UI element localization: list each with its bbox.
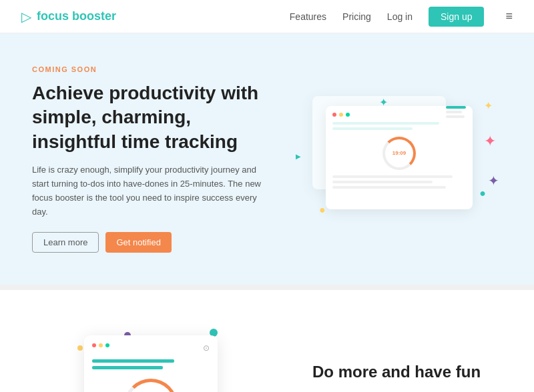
star-pink-right: ✦ [484,133,496,150]
timer-dot-red [92,343,96,347]
line-2 [332,127,413,130]
features-title: Do more and have fun [312,361,513,382]
dashboard-lines [332,122,466,130]
hamburger-icon[interactable]: ≡ [505,9,513,23]
hero-title: Achieve productivity with simple, charmi… [32,81,272,154]
dot-yellow [339,113,343,117]
bar-2 [446,111,462,113]
navbar: ▷ focus booster Features Pricing Log in … [0,0,534,33]
star-yellow-top: ✦ [484,99,493,112]
logo-icon: ▷ [21,9,31,25]
pomodoro-timer: 06:07 [124,379,178,392]
deco-dot-yellow-2 [77,345,83,351]
dashboard-bars [446,106,466,118]
dot-red [332,113,336,117]
hero-description: Life is crazy enough, simplify your prod… [32,163,272,219]
dashboard-mockup: 19:09 ✦ ✦ ✦ ● ● ▶ [286,93,499,226]
nav-login-link[interactable]: Log in [387,11,413,22]
timer-circle: 19:09 [382,137,416,170]
hero-content: COMING SOON Achieve productivity with si… [32,65,272,253]
logo-text: focus booster [37,9,116,23]
timer-value: 19:09 [392,150,406,156]
timer-mockup: ⊙ 06:07 ⏱ ⊙ [64,322,238,392]
timer-circle-container: 19:09 [332,137,466,170]
nav-features-link[interactable]: Features [290,11,326,22]
star-purple: ✦ [488,173,499,189]
hero-illustration: 19:09 ✦ ✦ ✦ ● ● ▶ [272,93,513,226]
timer-card-dots: ⊙ [92,343,210,353]
star-yellow-bottom: ● [319,204,326,216]
bar-3 [446,115,465,118]
star-teal-left: ▶ [296,153,301,160]
dot-green [346,113,350,117]
get-notified-button[interactable]: Get notified [105,232,172,253]
timer-card: ⊙ 06:07 [84,335,218,392]
timer-dot-green [105,343,109,347]
line-1 [332,122,439,125]
nav-pricing-link[interactable]: Pricing [342,11,371,22]
task-line-1 [92,359,174,363]
list-line-1 [332,175,453,178]
features-illustration: ⊙ 06:07 ⏱ ⊙ [21,322,280,392]
logo[interactable]: ▷ focus booster [21,9,116,25]
hero-buttons: Learn more Get notified [32,232,272,253]
timer-dot-yellow [99,343,103,347]
task-line-2 [92,366,163,369]
features-section: ⊙ 06:07 ⏱ ⊙ [0,290,534,392]
star-teal-bottom: ● [479,187,486,199]
nav-links: Features Pricing Log in Sign up ≡ [290,7,513,27]
coming-soon-badge: COMING SOON [32,65,272,73]
list-line-3 [332,186,446,189]
signup-button[interactable]: Sign up [429,7,484,27]
timer-task-lines [92,359,210,369]
section-divider [0,285,534,290]
dashboard-list-lines [332,175,466,189]
list-line-2 [332,181,433,183]
hero-section: COMING SOON Achieve productivity with si… [0,33,534,285]
star-teal-top: ✦ [379,96,388,109]
timer-display: 06:07 [92,379,210,392]
features-content: Do more and have fun Power through distr… [312,361,513,392]
learn-more-button[interactable]: Learn more [32,232,99,253]
dashboard-card-main: 19:09 [326,106,473,209]
bar-1 [446,106,466,109]
settings-icon: ⊙ [203,343,210,353]
